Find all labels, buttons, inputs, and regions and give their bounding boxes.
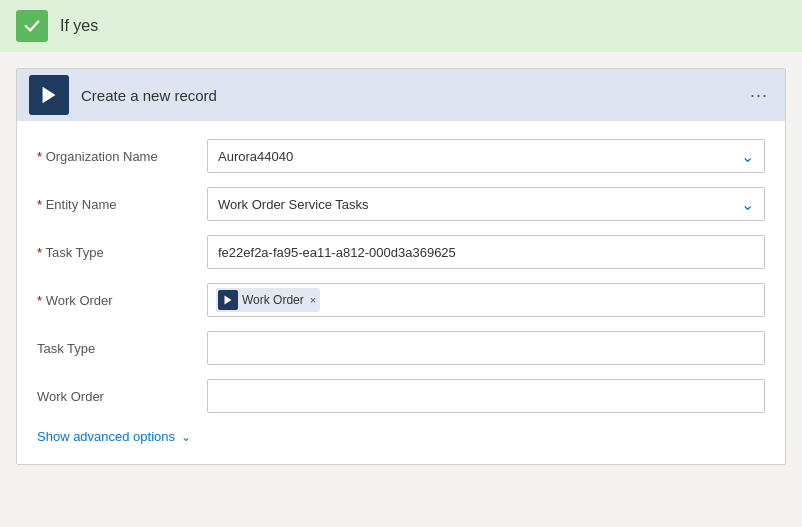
- more-icon: ···: [750, 85, 768, 106]
- organization-name-row: Organization Name Aurora44040 ⌄: [37, 137, 765, 175]
- work-order-tag-icon-box: [218, 290, 238, 310]
- entity-name-label: Entity Name: [37, 197, 207, 212]
- action-header: Create a new record ···: [17, 69, 785, 121]
- advanced-options-label: Show advanced options: [37, 429, 175, 444]
- task-type-row: Task Type: [37, 329, 765, 367]
- work-order-field[interactable]: [207, 379, 765, 413]
- entity-name-field[interactable]: Work Order Service Tasks ⌄: [207, 187, 765, 221]
- organization-name-value: Aurora44040: [218, 149, 293, 164]
- task-type-required-control: [207, 235, 765, 269]
- work-order-tag-remove[interactable]: ×: [310, 294, 316, 306]
- work-order-row: Work Order: [37, 377, 765, 415]
- work-order-required-row: Work Order Work Order ×: [37, 281, 765, 319]
- action-title: Create a new record: [81, 87, 733, 104]
- work-order-control: [207, 379, 765, 413]
- create-record-card: Create a new record ··· Organization Nam…: [16, 68, 786, 465]
- task-type-required-field[interactable]: [207, 235, 765, 269]
- work-order-required-label: Work Order: [37, 293, 207, 308]
- work-order-label: Work Order: [37, 389, 207, 404]
- entity-name-value: Work Order Service Tasks: [218, 197, 369, 212]
- entity-name-row: Entity Name Work Order Service Tasks ⌄: [37, 185, 765, 223]
- if-yes-header: If yes: [0, 0, 802, 52]
- check-icon: [23, 17, 41, 35]
- organization-name-label: Organization Name: [37, 149, 207, 164]
- entity-name-chevron: ⌄: [741, 195, 754, 214]
- show-advanced-options[interactable]: Show advanced options ⌄: [37, 429, 191, 444]
- form-body: Organization Name Aurora44040 ⌄ Entity N…: [17, 121, 785, 464]
- entity-name-control: Work Order Service Tasks ⌄: [207, 187, 765, 221]
- more-options-button[interactable]: ···: [745, 81, 773, 109]
- check-icon-box: [16, 10, 48, 42]
- task-type-required-row: Task Type: [37, 233, 765, 271]
- if-yes-title: If yes: [60, 17, 98, 35]
- flow-icon: [38, 84, 60, 106]
- work-order-required-control: Work Order ×: [207, 283, 765, 317]
- task-type-control: [207, 331, 765, 365]
- work-order-required-field[interactable]: Work Order ×: [207, 283, 765, 317]
- work-order-tag: Work Order ×: [216, 288, 320, 312]
- task-type-required-label: Task Type: [37, 245, 207, 260]
- work-order-tag-label: Work Order: [242, 293, 304, 307]
- action-icon-box: [29, 75, 69, 115]
- task-type-label: Task Type: [37, 341, 207, 356]
- work-order-tag-icon: [222, 294, 234, 306]
- svg-marker-1: [225, 296, 232, 305]
- organization-name-chevron: ⌄: [741, 147, 754, 166]
- organization-name-control: Aurora44040 ⌄: [207, 139, 765, 173]
- advanced-options-chevron-icon: ⌄: [181, 430, 191, 444]
- task-type-field[interactable]: [207, 331, 765, 365]
- organization-name-field[interactable]: Aurora44040 ⌄: [207, 139, 765, 173]
- svg-marker-0: [43, 87, 56, 104]
